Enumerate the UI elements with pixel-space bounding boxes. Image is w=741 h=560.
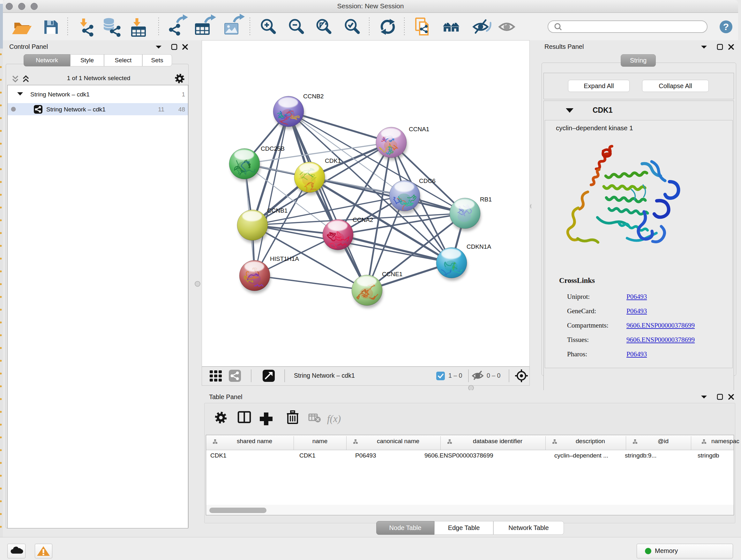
svg-text:CCNB1: CCNB1 <box>267 207 287 214</box>
svg-text:CDC6: CDC6 <box>419 178 435 184</box>
svg-text:CCNB2: CCNB2 <box>303 93 324 100</box>
svg-text:CDC25B: CDC25B <box>261 145 285 152</box>
svg-text:HIST1H1A: HIST1H1A <box>270 255 299 262</box>
svg-text:CDKN1A: CDKN1A <box>467 243 491 250</box>
svg-text:f(x): f(x) <box>327 413 341 424</box>
svg-text:CDK1: CDK1 <box>325 158 341 164</box>
svg-text:CCNA2: CCNA2 <box>353 216 373 223</box>
svg-text:CCNA1: CCNA1 <box>409 126 429 132</box>
svg-text:?: ? <box>723 21 729 32</box>
svg-text:RB1: RB1 <box>480 196 492 203</box>
svg-text:CCNE1: CCNE1 <box>382 271 402 277</box>
